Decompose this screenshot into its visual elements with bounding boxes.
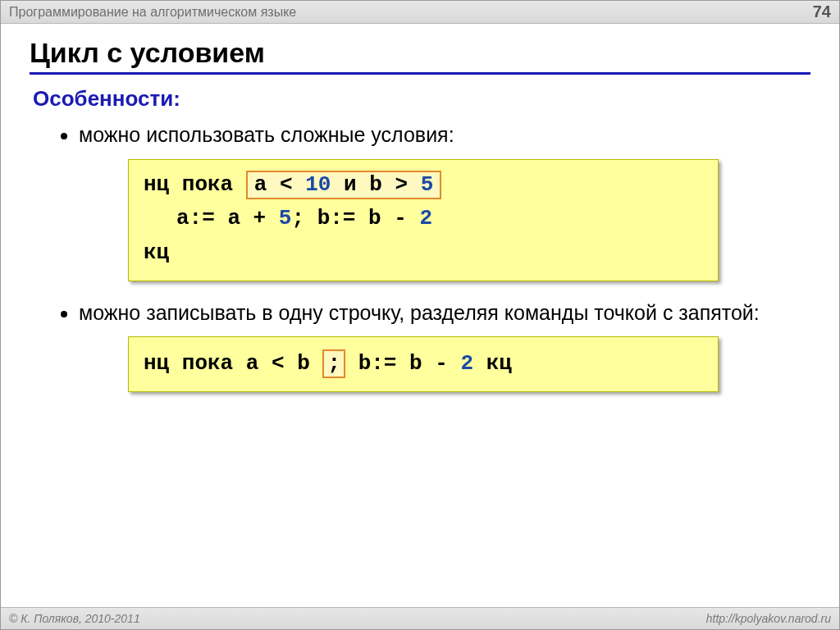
bullet-2: можно записывать в одну строчку, разделя… — [79, 299, 810, 327]
code1-line2: a:= a + 5; b:= b - 2 — [144, 202, 703, 236]
bullet-1: можно использовать сложные условия: — [79, 121, 810, 149]
page-number: 74 — [813, 2, 831, 21]
footer-bar: © К. Поляков, 2010-2011 http://kpolyakov… — [1, 607, 839, 629]
keyword-nc-poka: нц пока — [144, 172, 246, 197]
condition-highlight: a < 10 и b > 5 — [246, 171, 441, 199]
num-5: 5 — [279, 206, 292, 231]
bullet-list: можно использовать сложные условия: — [79, 121, 810, 149]
slide: Программирование на алгоритмическом язык… — [0, 0, 840, 630]
keyword-kc: кц — [144, 240, 169, 265]
bullet-list-2: можно записывать в одну строчку, разделя… — [79, 299, 810, 327]
semicolon-highlight: ; — [322, 349, 345, 378]
footer-url: http://kpolyakov.narod.ru — [706, 612, 831, 625]
assign-sep: ; b:= b - — [291, 206, 419, 231]
code1-line3: кц — [144, 236, 703, 271]
code2-post: кц — [473, 351, 512, 376]
code-block-2: нц пока a < b ; b:= b - 2 кц — [128, 336, 719, 392]
header-bar: Программирование на алгоритмическом язык… — [1, 1, 839, 24]
cond-num-10: 10 — [305, 172, 331, 197]
code2-num: 2 — [460, 351, 473, 376]
cond-mid: и b > — [331, 172, 420, 197]
content-area: Цикл с условием Особенности: можно испол… — [1, 24, 839, 392]
semicolon: ; — [327, 351, 340, 376]
code2-pre: нц пока a < b — [144, 351, 322, 376]
slide-subtitle: Особенности: — [33, 86, 810, 112]
assign-a: a:= a + — [176, 206, 279, 231]
code2-mid: b:= b - — [345, 351, 460, 376]
cond-num-5: 5 — [421, 172, 434, 197]
code-block-1: нц пока a < 10 и b > 5 a:= a + 5; b:= b … — [128, 159, 719, 281]
footer-copyright: © К. Поляков, 2010-2011 — [9, 612, 140, 625]
header-title: Программирование на алгоритмическом язык… — [9, 5, 296, 20]
code2-line1: нц пока a < b ; b:= b - 2 кц — [144, 347, 703, 381]
num-2: 2 — [419, 206, 432, 231]
cond-a: a < — [254, 172, 305, 197]
slide-title: Цикл с условием — [30, 37, 810, 75]
code1-line1: нц пока a < 10 и b > 5 — [144, 168, 703, 203]
